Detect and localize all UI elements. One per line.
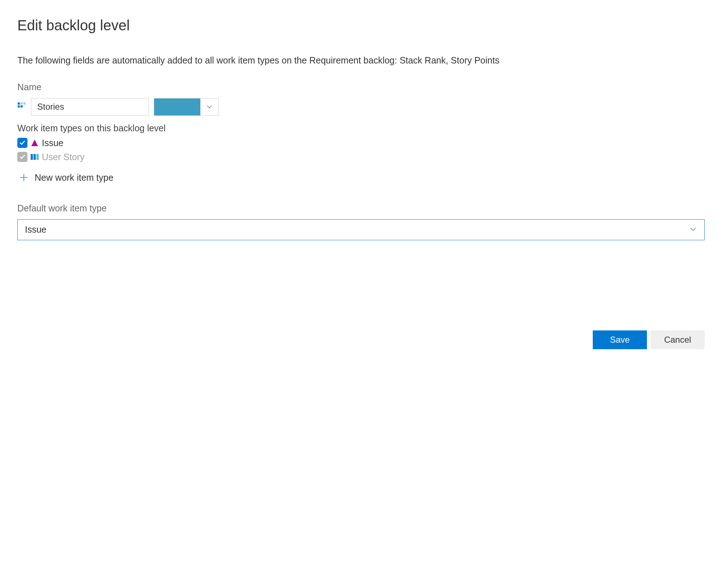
name-row	[17, 98, 705, 116]
svg-rect-3	[18, 105, 20, 107]
dialog-description: The following fields are automatically a…	[17, 54, 705, 67]
svg-rect-2	[23, 102, 26, 105]
checkbox-user-story	[17, 152, 27, 162]
chevron-down-icon	[689, 225, 697, 234]
work-item-types-label: Work item types on this backlog level	[17, 123, 705, 133]
color-picker[interactable]	[154, 98, 219, 116]
wit-row-user-story: User Story	[17, 152, 705, 162]
chevron-down-icon[interactable]	[200, 98, 218, 115]
new-work-item-type-button[interactable]: New work item type	[17, 172, 705, 183]
checkbox-issue[interactable]	[17, 138, 27, 148]
user-story-icon	[30, 153, 40, 161]
save-button[interactable]: Save	[593, 330, 647, 349]
name-label: Name	[17, 82, 705, 92]
issue-icon	[30, 139, 40, 147]
default-wit-label: Default work item type	[17, 203, 705, 214]
name-input[interactable]	[31, 98, 149, 116]
new-work-item-type-label: New work item type	[35, 172, 113, 183]
svg-rect-4	[21, 105, 23, 107]
svg-rect-6	[31, 154, 33, 160]
wit-label-user-story: User Story	[42, 152, 84, 162]
default-wit-select[interactable]: Issue	[17, 219, 705, 240]
svg-rect-0	[18, 102, 20, 105]
wit-label-issue: Issue	[42, 138, 64, 148]
svg-rect-8	[36, 154, 39, 160]
svg-rect-7	[34, 154, 36, 160]
cancel-button[interactable]: Cancel	[651, 330, 705, 349]
color-grid-icon	[17, 102, 26, 112]
svg-rect-1	[21, 102, 23, 105]
wit-row-issue: Issue	[17, 138, 705, 148]
dialog-footer: Save Cancel	[17, 330, 705, 349]
default-wit-value: Issue	[25, 224, 47, 235]
svg-rect-5	[31, 145, 38, 146]
dialog-title: Edit backlog level	[17, 17, 705, 34]
color-swatch	[154, 98, 200, 115]
plus-icon	[19, 172, 29, 183]
